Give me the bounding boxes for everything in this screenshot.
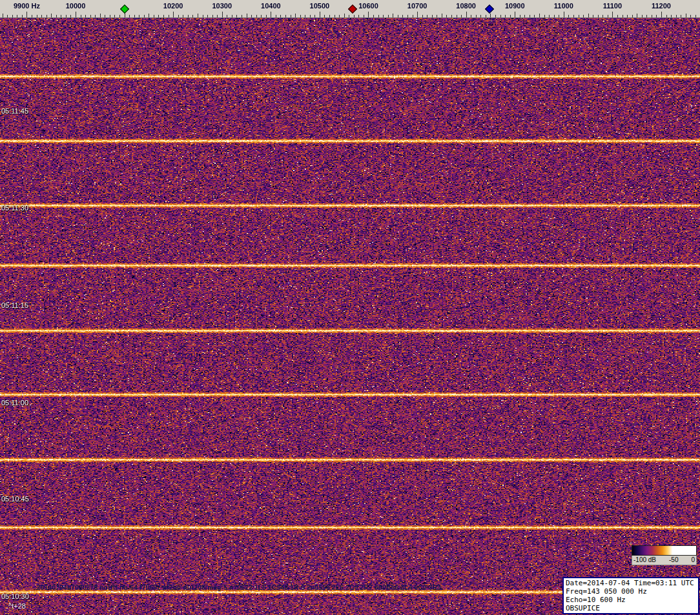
freq-tick-label: 10700 <box>407 2 427 10</box>
freq-tick-label: 9900 Hz <box>14 2 40 10</box>
freq-tick-label: 10000 <box>66 2 86 10</box>
cursor-time-label: ^t+28 <box>8 602 26 610</box>
colorbar-labels: -100 dB -50 0 <box>632 556 697 565</box>
time-label: 05:11:30 <box>1 204 28 212</box>
freq-tick-label: 10400 <box>261 2 281 10</box>
freq-tick-label: 10900 <box>505 2 525 10</box>
colorbar-gradient <box>632 545 697 556</box>
time-label: 05:10:45 <box>1 495 29 503</box>
station-annotation: 20140704b7020278 noHff nb-64 f7069z nf2b… <box>37 584 441 591</box>
freq-tick-label: 10600 <box>358 2 378 10</box>
freq-tick-label: 11100 <box>603 2 622 10</box>
spectrum-waterfall-window: 9900 Hz100001020010300104001050010600107… <box>0 0 700 615</box>
colorbar: -100 dB -50 0 <box>632 545 697 565</box>
freq-tick-label: 10300 <box>212 2 232 10</box>
freq-tick-label: 10800 <box>456 2 476 10</box>
freq-tick-label: 11200 <box>652 2 671 10</box>
info-box: Date=2014-07-04 Time=03:11 UTC Freq=143 … <box>562 577 699 614</box>
waterfall-spectrogram <box>0 18 700 615</box>
time-label: 05:11:15 <box>1 301 28 309</box>
info-line-date: Date=2014-07-04 Time=03:11 UTC <box>566 579 696 587</box>
colorbar-label-mid: -50 <box>669 556 678 563</box>
time-label: 05:11:00 <box>1 399 28 407</box>
freq-tick-label: 10500 <box>310 2 330 10</box>
time-label: 05:10:30 <box>1 592 29 600</box>
frequency-scale[interactable]: 9900 Hz100001020010300104001050010600107… <box>0 0 700 18</box>
freq-tick-label: 11000 <box>554 2 573 10</box>
info-line-station: OBSUPICE <box>566 604 696 612</box>
freq-tick-label: 10200 <box>163 2 183 10</box>
time-label: 05:11:45 <box>1 107 28 115</box>
colorbar-label-min: -100 dB <box>633 556 656 563</box>
info-line-freq: Freq=143 050 000 Hz <box>566 587 696 596</box>
info-line-echo: Echo=10 600 Hz <box>566 596 696 604</box>
colorbar-label-max: 0 <box>691 556 695 563</box>
